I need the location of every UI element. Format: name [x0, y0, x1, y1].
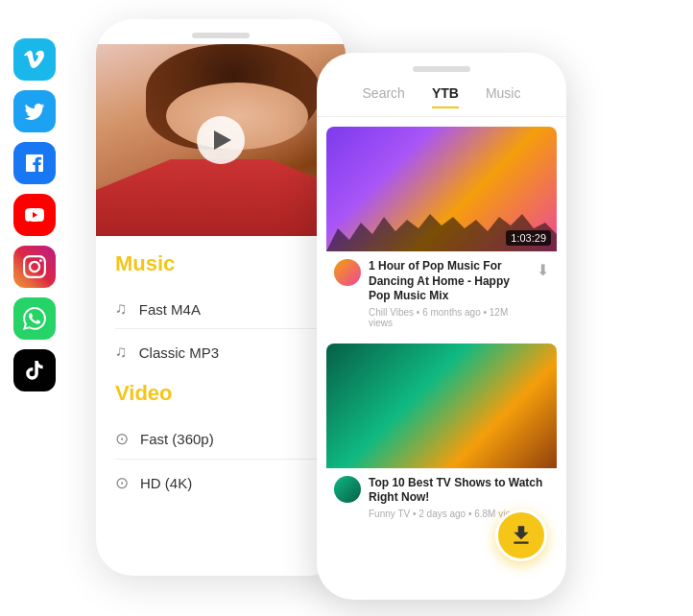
youtube-icon[interactable] — [13, 194, 56, 236]
format-label-4k: HD (4K) — [140, 475, 192, 491]
video-thumb-2 — [326, 344, 557, 468]
video-thumb-1: 1:03:29 — [326, 127, 557, 251]
video-card-2[interactable]: Top 10 Best TV Shows to Watch Right Now!… — [326, 344, 557, 523]
download-fab-icon — [509, 523, 534, 548]
facebook-icon[interactable] — [13, 142, 56, 184]
format-item-360p[interactable]: ⊙ Fast (360p) — [115, 419, 326, 459]
channel-name-1: Chill Vibes — [369, 307, 414, 318]
video-icon-2: ⊙ — [115, 473, 129, 493]
divider-2 — [115, 459, 326, 460]
download-fab[interactable] — [495, 509, 547, 561]
phone-notch — [192, 33, 250, 38]
back-phone-header — [96, 19, 346, 44]
back-phone-video-thumb — [96, 44, 346, 236]
front-phone-notch — [413, 66, 470, 72]
tab-search[interactable]: Search — [363, 85, 405, 108]
video-sub-1: Chill Vibes • 6 months ago • 12M views — [369, 307, 529, 328]
twitter-icon[interactable] — [13, 90, 56, 132]
download-icon-1[interactable]: ⬇ — [537, 261, 549, 279]
social-icons-column — [13, 38, 56, 391]
format-label-m4a: Fast M4A — [139, 301, 201, 318]
format-label-360p: Fast (360p) — [140, 431, 214, 447]
music-section-title: Music — [115, 251, 326, 276]
music-icon-1: ♫ — [115, 299, 128, 319]
channel-name-2: Funny TV — [369, 509, 410, 519]
format-item-4k[interactable]: ⊙ HD (4K) — [115, 463, 326, 503]
video-meta-1: 1 Hour of Pop Music For Dancing At Home … — [326, 251, 557, 332]
tab-ytb[interactable]: YTB — [432, 85, 459, 108]
video-icon-1: ⊙ — [115, 429, 129, 449]
format-label-mp3: Classic MP3 — [139, 344, 219, 361]
person-shoulders — [96, 159, 346, 236]
music-icon-2: ♫ — [115, 343, 128, 362]
play-button-overlay[interactable] — [197, 116, 245, 164]
channel-avatar-2 — [334, 476, 361, 503]
divider-1 — [115, 328, 326, 329]
whatsapp-icon[interactable] — [13, 297, 56, 340]
front-phone: Search YTB Music 1:03:29 1 Hour of Pop M… — [317, 53, 566, 600]
instagram-icon[interactable] — [13, 246, 56, 288]
channel-avatar-1 — [334, 259, 361, 286]
video-info-1: 1 Hour of Pop Music For Dancing At Home … — [369, 259, 529, 328]
format-item-mp3[interactable]: ♫ Classic MP3 — [115, 333, 326, 371]
back-phone-content: Music ♫ Fast M4A ♫ Classic MP3 Video ⊙ F… — [96, 236, 346, 518]
vimeo-icon[interactable] — [13, 38, 56, 81]
format-item-m4a[interactable]: ♫ Fast M4A — [115, 290, 326, 328]
video-section-title: Video — [115, 381, 326, 406]
back-phone: Music ♫ Fast M4A ♫ Classic MP3 Video ⊙ F… — [96, 19, 346, 576]
tiktok-icon[interactable] — [13, 349, 56, 391]
video-title-2: Top 10 Best TV Shows to Watch Right Now! — [369, 476, 549, 506]
thumb-bg-tv — [326, 344, 557, 468]
video-timestamp-1: 1:03:29 — [506, 230, 551, 246]
video-card-1[interactable]: 1:03:29 1 Hour of Pop Music For Dancing … — [326, 127, 557, 332]
play-triangle-icon — [214, 130, 231, 150]
tabs-row: Search YTB Music — [317, 80, 566, 117]
tab-music[interactable]: Music — [486, 85, 521, 108]
front-phone-header — [317, 53, 566, 80]
video-title-1: 1 Hour of Pop Music For Dancing At Home … — [369, 259, 529, 304]
